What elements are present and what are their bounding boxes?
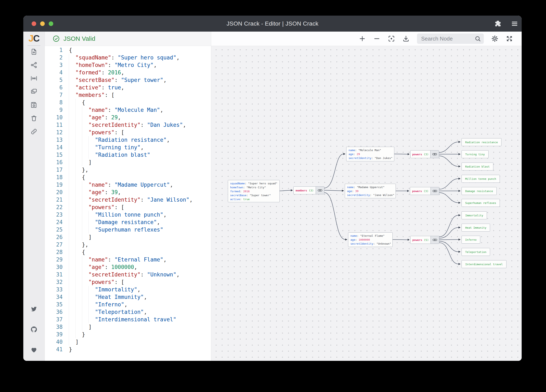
- zoom-in-button[interactable]: [359, 35, 366, 42]
- code-text: "Turning tiny",: [63, 144, 144, 151]
- twitter-icon[interactable]: [30, 305, 38, 313]
- code-line: 29 "name": "Eternal Flame",: [45, 256, 211, 263]
- graph-node-powers-0[interactable]: powers(3): [410, 150, 439, 158]
- collapse-link-icon[interactable]: [430, 151, 439, 158]
- line-number: 10: [45, 114, 63, 121]
- node-key: secretBase: [230, 194, 246, 197]
- graph-node-root[interactable]: squadName: "Super hero squad"homeTown: "…: [228, 180, 280, 202]
- code-text: "secretBase": "Super tower",: [63, 76, 167, 84]
- copy-icon[interactable]: [30, 88, 38, 95]
- code-line: 13 "Radiation resistance",: [45, 136, 211, 144]
- center-view-button[interactable]: [388, 35, 395, 42]
- graph-node-leaf-2[interactable]: Radiation blast: [462, 163, 493, 171]
- node-key-label-wrap: powers(3): [410, 187, 430, 195]
- token-s: "Dan Jukes": [147, 122, 183, 128]
- search-input[interactable]: [421, 35, 473, 42]
- graph-node-powers-1[interactable]: powers(3): [410, 187, 439, 195]
- graph-node-leaf-0[interactable]: Radiation resistance: [462, 138, 501, 146]
- collapse-link-icon[interactable]: [430, 187, 439, 195]
- code-line: 39 }: [45, 331, 211, 338]
- indent-guide: [88, 151, 95, 158]
- leaf-value: Immortality: [465, 214, 483, 217]
- share-icon[interactable]: [30, 62, 38, 69]
- token-k: "homeTown": [75, 62, 108, 68]
- code-text: "Immortality",: [63, 286, 140, 293]
- zoom-button[interactable]: [49, 21, 53, 26]
- node-key-label: powers: [412, 189, 422, 193]
- settings-button[interactable]: [491, 35, 498, 42]
- node-separator: :: [353, 152, 357, 156]
- indent-guide: [82, 151, 88, 158]
- indent-guide: [75, 174, 82, 181]
- line-number: 9: [45, 106, 63, 114]
- app-logo[interactable]: JC: [28, 32, 39, 45]
- extension-icon[interactable]: [494, 20, 501, 27]
- token-p: :: [114, 77, 121, 83]
- json-editor[interactable]: 1{2 "squadName": "Super hero squad",3 "h…: [45, 46, 211, 361]
- graph-node-leaf-9[interactable]: Teleportation: [462, 248, 490, 256]
- copy-link-icon[interactable]: [30, 128, 38, 135]
- graph-edge: [439, 241, 459, 252]
- token-p: ,: [157, 219, 160, 225]
- collapse-link-icon[interactable]: [430, 236, 439, 244]
- indent-guide: [88, 316, 95, 323]
- code-line: 7 "members": [: [45, 91, 211, 99]
- sponsor-icon[interactable]: [30, 346, 38, 353]
- graph-node-members[interactable]: members(3): [293, 186, 324, 194]
- center-canvas-icon[interactable]: [30, 75, 38, 82]
- node-key-label: powers: [412, 238, 422, 242]
- indent-guide: [69, 241, 75, 248]
- line-number: 14: [45, 144, 63, 151]
- minimize-button[interactable]: [40, 21, 45, 26]
- code-line: 30 "age": 1000000,: [45, 263, 211, 271]
- indent-guide: [82, 278, 88, 286]
- github-icon[interactable]: [30, 326, 38, 333]
- line-number: 3: [45, 61, 63, 69]
- token-k: "powers": [88, 129, 114, 135]
- node-value: "Unknown": [377, 242, 391, 245]
- graph-node-leaf-8[interactable]: Inferno: [462, 236, 480, 244]
- code-text: "Radiation resistance",: [63, 136, 170, 144]
- save-icon[interactable]: [30, 101, 38, 108]
- graph-node-member-1[interactable]: name: "Madame Uppercut"age: 39secretIden…: [345, 184, 396, 198]
- indent-guide: [69, 271, 75, 278]
- indent-guide: [82, 308, 88, 316]
- indent-guide: [82, 144, 88, 151]
- token-s: "Super tower": [121, 77, 163, 83]
- collapse-link-icon[interactable]: [316, 187, 324, 194]
- graph-toolbar: [211, 32, 522, 46]
- graph-node-leaf-10[interactable]: Interdimensional travel: [462, 260, 507, 268]
- code-line: 25 "Superhuman reflexes": [45, 226, 211, 234]
- graph-canvas[interactable]: squadName: "Super hero squad"homeTown: "…: [211, 46, 522, 361]
- graph-node-leaf-4[interactable]: Damage resistance: [462, 187, 497, 195]
- graph-node-leaf-7[interactable]: Heat Immunity: [462, 224, 490, 232]
- line-number: 37: [45, 316, 63, 323]
- code-text: ]: [63, 338, 79, 346]
- fullscreen-button[interactable]: [506, 35, 513, 42]
- graph-edge: [324, 193, 345, 240]
- token-k: "active": [75, 84, 101, 91]
- graph-node-leaf-6[interactable]: Immortality: [462, 211, 487, 219]
- logo-c: C: [33, 33, 39, 44]
- zoom-out-button[interactable]: [373, 35, 380, 42]
- new-document-icon[interactable]: [30, 48, 38, 55]
- token-p: ,: [140, 144, 144, 151]
- token-k: "members": [75, 92, 105, 98]
- graph-node-member-2[interactable]: name: "Eternal Flame"age: 1000000secretI…: [348, 232, 393, 247]
- close-button[interactable]: [32, 21, 36, 26]
- graph-node-member-0[interactable]: name: "Molecule Man"age: 29secretIdentit…: [346, 147, 394, 161]
- node-child-count: (3): [309, 189, 314, 192]
- download-image-button[interactable]: [403, 35, 410, 42]
- indent-guide: [82, 271, 88, 278]
- window-title: JSON Crack - Editor | JSON Crack: [227, 20, 318, 27]
- delete-icon[interactable]: [30, 115, 38, 122]
- indent-guide: [69, 263, 75, 271]
- indent-guide: [69, 99, 75, 106]
- menu-icon[interactable]: [511, 20, 518, 27]
- graph-node-powers-2[interactable]: powers(5): [410, 236, 439, 244]
- graph-node-leaf-1[interactable]: Turning tiny: [462, 150, 488, 158]
- code-text: {: [63, 174, 85, 181]
- graph-node-leaf-5[interactable]: Superhuman reflexes: [462, 199, 500, 207]
- leaf-value: Inferno: [465, 238, 477, 242]
- graph-node-leaf-3[interactable]: Million tonne punch: [462, 175, 500, 183]
